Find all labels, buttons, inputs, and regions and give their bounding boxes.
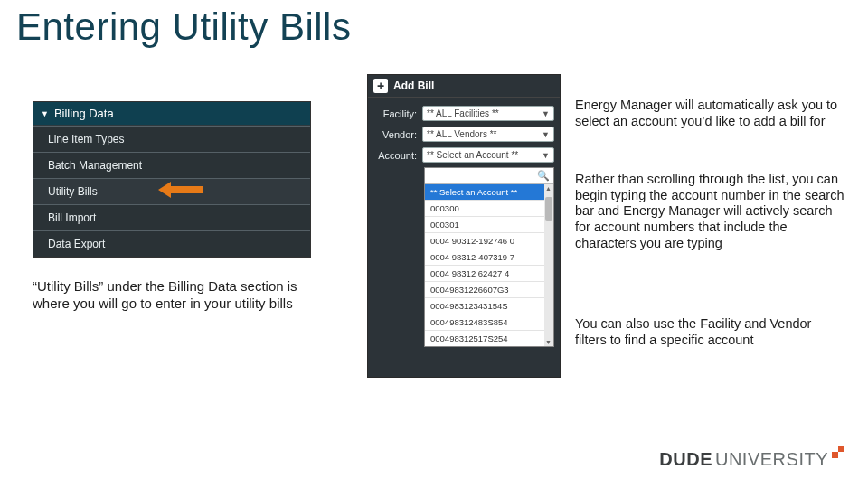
dropdown-item[interactable]: 000300 <box>425 200 553 216</box>
sidebar-item-label: Utility Bills <box>48 185 98 198</box>
chevron-down-icon: ▼ <box>542 109 550 118</box>
search-icon: 🔍 <box>537 170 550 182</box>
callout-arrow-icon <box>158 183 211 197</box>
vendor-select[interactable]: ** ALL Vendors ** ▼ <box>422 127 554 142</box>
caption-utility-bills: “Utility Bills” under the Billing Data s… <box>33 278 322 313</box>
account-dropdown-list: ** Select an Account ** 000300 000301 00… <box>425 184 553 346</box>
chevron-down-icon: ▼ <box>542 130 550 139</box>
dropdown-item[interactable]: 0004 90312-192746 0 <box>425 232 553 249</box>
paragraph-filters-tip: You can also use the Facility and Vendor… <box>575 316 846 348</box>
dropdown-item-selected[interactable]: ** Select an Account ** <box>425 184 553 200</box>
account-label: Account: <box>377 150 422 161</box>
footer-logo: DUDE UNIVERSITY <box>659 449 844 470</box>
dropdown-item[interactable]: 000498312517S254 <box>425 330 553 346</box>
facility-select-value: ** ALL Facilities ** <box>427 108 499 118</box>
collapse-icon: ▼ <box>41 109 49 118</box>
sidebar-item-batch-management[interactable]: Batch Management <box>33 152 310 178</box>
vendor-label: Vendor: <box>377 129 422 140</box>
dropdown-item[interactable]: 000301 <box>425 216 553 232</box>
brand-dude: DUDE <box>659 449 712 470</box>
page-title: Entering Utility Bills <box>16 5 351 49</box>
sidebar-item-bill-import[interactable]: Bill Import <box>33 204 310 230</box>
vendor-select-value: ** ALL Vendors ** <box>427 129 496 139</box>
dropdown-item[interactable]: 00049831226607G3 <box>425 281 553 297</box>
dropdown-item[interactable]: 000498312483S854 <box>425 314 553 330</box>
add-bill-button[interactable]: + Add Bill <box>368 75 560 98</box>
account-select-value: ** Select an Account ** <box>427 150 518 160</box>
dropdown-item[interactable]: 0004 98312-407319 7 <box>425 249 553 265</box>
account-select[interactable]: ** Select an Account ** ▼ <box>422 147 554 163</box>
dropdown-item[interactable]: 000498312343154S <box>425 297 553 314</box>
dropdown-scrollbar[interactable] <box>544 184 553 346</box>
facility-select[interactable]: ** ALL Facilities ** ▼ <box>422 106 554 121</box>
billing-sidebar-screenshot: ▼ Billing Data Line Item Types Batch Man… <box>33 101 311 258</box>
brand-mark-icon <box>832 446 844 458</box>
chevron-down-icon: ▼ <box>542 151 550 160</box>
paragraph-search-tip: Rather than scrolling through the list, … <box>575 172 846 251</box>
brand-university: UNIVERSITY <box>715 449 828 470</box>
billing-data-header[interactable]: ▼ Billing Data <box>33 102 310 126</box>
add-bill-screenshot: + Add Bill Facility: ** ALL Facilities *… <box>367 74 561 378</box>
account-dropdown: 🔍 ** Select an Account ** 000300 000301 … <box>424 167 554 347</box>
plus-icon: + <box>373 79 388 93</box>
paragraph-auto-ask: Energy Manager will automatically ask yo… <box>575 98 846 129</box>
sidebar-item-data-export[interactable]: Data Export <box>33 230 310 257</box>
facility-label: Facility: <box>377 108 422 119</box>
sidebar-item-utility-bills[interactable]: Utility Bills <box>33 178 310 204</box>
dropdown-item[interactable]: 0004 98312 62427 4 <box>425 265 553 281</box>
billing-data-label: Billing Data <box>54 107 114 120</box>
add-bill-label: Add Bill <box>393 80 434 92</box>
sidebar-item-line-item-types[interactable]: Line Item Types <box>33 126 310 152</box>
account-search-input[interactable]: 🔍 <box>425 168 553 184</box>
